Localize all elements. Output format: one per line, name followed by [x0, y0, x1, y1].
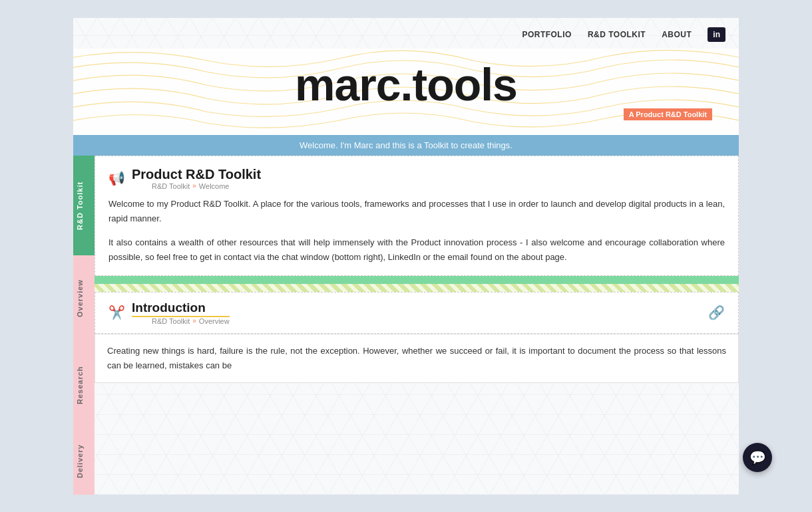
- breadcrumb-arrow2: »: [192, 317, 196, 324]
- card1-body: Welcome to my Product R&D Toolkit. A pla…: [108, 197, 725, 265]
- green-separator: [95, 276, 739, 284]
- page-main: 📢 Product R&D Toolkit R&D Toolkit » Welc…: [95, 156, 739, 495]
- site-title: marc.tools: [295, 62, 517, 107]
- page-sidebar: R&D Toolkit Overview Research Delivery: [73, 156, 95, 495]
- top-nav: PORTFOLIO R&D TOOLKIT ABOUT in: [73, 18, 739, 49]
- breadcrumb2-part1: R&D Toolkit: [152, 317, 190, 325]
- content-body: Creating new things is hard, failure is …: [107, 344, 726, 373]
- card-introduction: ✂️ Introduction R&D Toolkit » Overview 🔗: [95, 292, 739, 334]
- megaphone-icon: 📢: [108, 170, 125, 186]
- breadcrumb1-part1: R&D Toolkit: [152, 182, 190, 190]
- breadcrumb-arrow1: »: [192, 182, 196, 190]
- nav-about[interactable]: ABOUT: [662, 30, 692, 39]
- link-icon[interactable]: 🔗: [708, 305, 725, 320]
- hero-inner: marc.tools A Product R&D Toolkit: [73, 49, 739, 120]
- card-product-rd-toolkit: 📢 Product R&D Toolkit R&D Toolkit » Welc…: [95, 156, 739, 276]
- linkedin-button[interactable]: in: [708, 27, 725, 42]
- stripe-section: [95, 284, 739, 292]
- card1-body-p2: It also contains a wealth of other resou…: [108, 235, 725, 265]
- intro-left: ✂️ Introduction R&D Toolkit » Overview: [108, 301, 230, 325]
- sidebar-overview[interactable]: Overview: [73, 255, 95, 342]
- content-text-box: Creating new things is hard, failure is …: [95, 334, 739, 383]
- hero-subtitle: A Product R&D Toolkit: [624, 108, 712, 120]
- sidebar-research[interactable]: Research: [73, 342, 95, 428]
- card1-title: Product R&D Toolkit: [132, 167, 261, 182]
- intro-title[interactable]: Introduction: [132, 301, 230, 317]
- nav-portfolio[interactable]: PORTFOLIO: [522, 30, 572, 39]
- card1-header: 📢 Product R&D Toolkit R&D Toolkit » Welc…: [108, 167, 725, 190]
- tools-icon: ✂️: [108, 305, 125, 320]
- nav-rd-toolkit[interactable]: R&D TOOLKIT: [588, 30, 646, 39]
- breadcrumb1-part2: Welcome: [199, 182, 230, 190]
- card1-body-p1: Welcome to my Product R&D Toolkit. A pla…: [108, 197, 725, 226]
- card1-breadcrumb: R&D Toolkit » Welcome: [152, 182, 261, 190]
- card2-breadcrumb: R&D Toolkit » Overview: [152, 317, 230, 325]
- sidebar-rd-toolkit[interactable]: R&D Toolkit: [73, 156, 95, 255]
- hero-area: marc.tools A Product R&D Toolkit: [73, 49, 739, 135]
- welcome-banner: Welcome. I'm Marc and this is a Toolkit …: [73, 135, 739, 156]
- sidebar-delivery[interactable]: Delivery: [73, 428, 95, 495]
- breadcrumb2-part2: Overview: [199, 317, 230, 325]
- page-layout: R&D Toolkit Overview Research Delivery 📢…: [73, 156, 739, 495]
